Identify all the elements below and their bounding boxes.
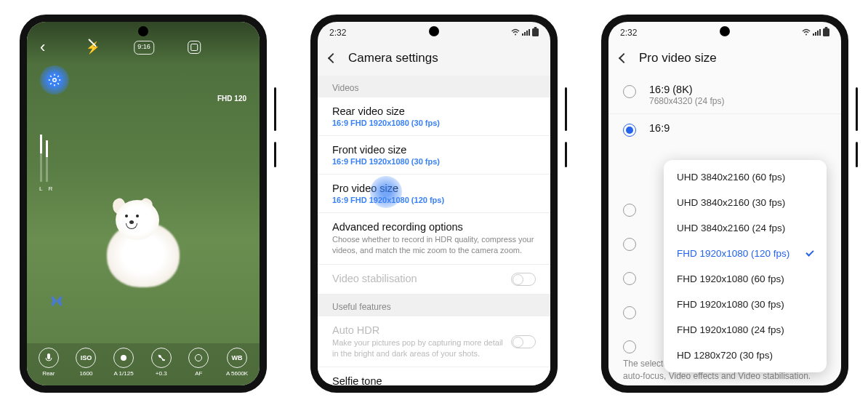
dd-fhd-60[interactable]: FHD 1920x1080 (60 fps) bbox=[664, 266, 827, 292]
battery-icon bbox=[532, 27, 539, 39]
effects-icon[interactable] bbox=[188, 41, 201, 54]
svg-rect-18 bbox=[823, 28, 829, 36]
row-pro-video-size[interactable]: Pro video size 16:9 FHD 1920x1080 (120 f… bbox=[318, 175, 550, 213]
svg-rect-17 bbox=[819, 29, 821, 36]
row-rear-video-size[interactable]: Rear video size 16:9 FHD 1920x1080 (30 f… bbox=[318, 97, 550, 136]
back-icon[interactable]: ‹ bbox=[40, 38, 45, 57]
hidden-radios bbox=[623, 202, 636, 353]
dd-hd-30[interactable]: HD 1280x720 (30 fps) bbox=[664, 343, 827, 368]
svg-rect-8 bbox=[524, 32, 526, 36]
pro-wb[interactable]: WBA 5600K bbox=[226, 348, 248, 377]
row-advanced-recording[interactable]: Advanced recording options Choose whethe… bbox=[318, 213, 550, 265]
svg-rect-19 bbox=[825, 27, 828, 28]
dd-fhd-24[interactable]: FHD 1920x1080 (24 fps) bbox=[664, 317, 827, 343]
section-videos: Videos bbox=[318, 76, 550, 97]
svg-point-13 bbox=[805, 34, 807, 36]
camera-notch bbox=[429, 26, 439, 36]
resolution-badge: FHD 120 bbox=[217, 95, 246, 103]
status-time: 2:32 bbox=[329, 28, 346, 38]
aspect-ratio-button[interactable]: 9:16 bbox=[134, 41, 154, 55]
svg-rect-1 bbox=[47, 353, 50, 359]
wifi-icon bbox=[801, 28, 811, 38]
pro-focus[interactable]: AF bbox=[188, 348, 209, 377]
pro-shutter[interactable]: A 1/125 bbox=[113, 348, 134, 377]
dd-uhd-24[interactable]: UHD 3840x2160 (24 fps) bbox=[664, 215, 827, 241]
section-useful: Useful features bbox=[318, 295, 550, 316]
resolution-dropdown: UHD 3840x2160 (60 fps) UHD 3840x2160 (30… bbox=[664, 160, 827, 372]
dd-fhd-30[interactable]: FHD 1920x1080 (30 fps) bbox=[664, 292, 827, 317]
pro-video-header: Pro video size bbox=[608, 41, 841, 76]
dd-fhd-120[interactable]: FHD 1920x1080 (120 fps) bbox=[664, 241, 827, 266]
svg-rect-16 bbox=[817, 31, 819, 36]
page-title: Camera settings bbox=[348, 51, 438, 65]
row-selfie-tone[interactable]: Selfie tone Add a warm or cool tint to y… bbox=[318, 367, 550, 385]
svg-rect-14 bbox=[813, 33, 814, 36]
svg-rect-12 bbox=[534, 27, 537, 28]
gear-icon[interactable] bbox=[48, 73, 61, 87]
dd-uhd-60[interactable]: UHD 3840x2160 (60 fps) bbox=[664, 164, 827, 190]
pro-ev[interactable]: +0.3 bbox=[151, 348, 172, 377]
svg-rect-15 bbox=[815, 32, 816, 36]
audio-meters bbox=[40, 131, 48, 182]
signal-icon bbox=[522, 28, 531, 38]
toggle-auto-hdr[interactable] bbox=[511, 335, 536, 348]
dd-uhd-30[interactable]: UHD 3840x2160 (30 fps) bbox=[664, 190, 827, 215]
pro-iso[interactable]: ISO1600 bbox=[76, 348, 96, 377]
status-time: 2:32 bbox=[620, 28, 637, 38]
row-auto-hdr[interactable]: Auto HDR Make your pictures pop by captu… bbox=[318, 316, 550, 368]
page-title: Pro video size bbox=[639, 51, 717, 65]
audio-lr-label: L R bbox=[39, 185, 55, 192]
radio-icon-selected[interactable] bbox=[623, 124, 636, 137]
phone-camera-pro: ‹ ⚡ 9:16 FHD 120 L R Rear ISO1600 bbox=[20, 15, 267, 393]
svg-rect-9 bbox=[526, 31, 528, 36]
tap-highlight bbox=[370, 176, 402, 208]
back-icon[interactable] bbox=[619, 53, 629, 63]
radio-16-9[interactable]: 16:9 bbox=[608, 113, 841, 144]
check-icon bbox=[805, 248, 813, 256]
flash-off-icon[interactable]: ⚡ bbox=[86, 41, 100, 55]
subject-dog bbox=[100, 193, 187, 287]
svg-rect-11 bbox=[532, 28, 539, 36]
svg-rect-7 bbox=[522, 33, 523, 36]
battery-icon bbox=[823, 27, 829, 39]
radio-8k[interactable]: 16:9 (8K) 7680x4320 (24 fps) bbox=[608, 76, 841, 113]
svg-point-0 bbox=[53, 79, 57, 82]
pro-controls-row: Rear ISO1600 A 1/125 +0.3 AF WBA 5600K bbox=[27, 343, 260, 385]
svg-rect-10 bbox=[529, 29, 530, 36]
wifi-icon bbox=[510, 28, 521, 38]
butterfly-icon bbox=[49, 295, 65, 311]
camera-notch bbox=[138, 26, 148, 36]
phone-camera-settings: 2:32 Camera settings Videos Rear video s… bbox=[310, 15, 558, 393]
signal-icon bbox=[813, 28, 821, 38]
svg-point-6 bbox=[515, 34, 516, 36]
back-icon[interactable] bbox=[328, 53, 338, 63]
phone-pro-video-size: 2:32 Pro video size 16:9 (8K) 7680x4320 … bbox=[601, 15, 848, 393]
toggle-stabilisation[interactable] bbox=[511, 273, 536, 286]
settings-highlight bbox=[40, 65, 69, 95]
settings-header: Camera settings bbox=[318, 41, 550, 76]
radio-icon[interactable] bbox=[623, 85, 636, 98]
pro-mic[interactable]: Rear bbox=[39, 348, 59, 377]
camera-notch bbox=[720, 26, 730, 36]
row-front-video-size[interactable]: Front video size 16:9 FHD 1920x1080 (30 … bbox=[318, 136, 550, 175]
row-video-stabilisation[interactable]: Video stabilisation bbox=[318, 265, 550, 295]
